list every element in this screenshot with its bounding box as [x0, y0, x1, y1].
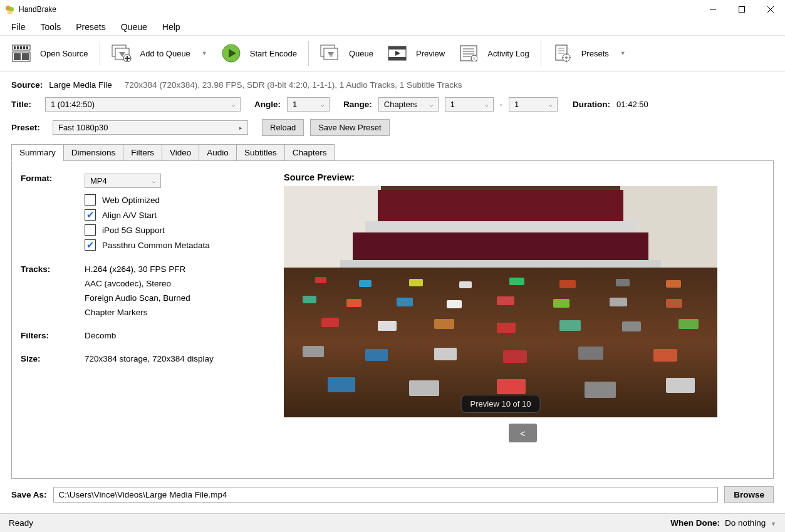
toy-car	[409, 279, 423, 286]
svg-rect-15	[22, 53, 29, 60]
save-as-label: Save As:	[11, 490, 47, 499]
presets-icon	[553, 43, 573, 63]
svg-rect-4	[739, 7, 745, 13]
toolbar-label: Presets	[581, 49, 609, 58]
chevron-down-icon: ⌵	[549, 102, 552, 108]
toy-car	[365, 349, 388, 361]
play-icon	[221, 43, 241, 63]
preview-icon	[387, 43, 407, 63]
toolbar-label: Start Encode	[250, 49, 297, 58]
preview-prev-button[interactable]: <	[509, 424, 537, 442]
toolbar-label: Activity Log	[487, 49, 529, 58]
when-done-select[interactable]: Do nothing ▼	[725, 518, 776, 528]
menu-presets[interactable]: Presets	[70, 21, 112, 33]
preview-button[interactable]: Preview	[382, 41, 450, 66]
range-mode-select[interactable]: Chapters⌵	[378, 97, 439, 112]
tab-filters[interactable]: Filters	[123, 144, 162, 161]
start-encode-button[interactable]: Start Encode	[216, 41, 302, 66]
filters-value: Decomb	[85, 331, 214, 340]
toy-car	[585, 382, 616, 398]
add-to-queue-button[interactable]: Add to Queue ▼	[107, 41, 212, 66]
range-to-select[interactable]: 1⌵	[509, 97, 558, 112]
toolbar-separator	[541, 41, 541, 66]
size-label: Size:	[21, 353, 85, 365]
browse-button[interactable]: Browse	[724, 486, 774, 503]
tab-video[interactable]: Video	[162, 144, 199, 161]
when-done-label: When Done:	[670, 518, 720, 528]
svg-rect-14	[14, 53, 21, 60]
tab-subtitles[interactable]: Subtitles	[236, 144, 285, 161]
toy-car	[503, 350, 527, 363]
size-value: 720x384 storage, 720x384 display	[85, 354, 214, 363]
tracks-line: AAC (avcodec), Stereo	[85, 279, 214, 288]
tab-audio[interactable]: Audio	[199, 144, 237, 161]
chevron-down-icon: ▼	[771, 521, 776, 527]
toy-car	[346, 299, 361, 307]
save-as-input[interactable]	[53, 487, 719, 503]
toy-car	[447, 300, 462, 308]
menu-bar: File Tools Presets Queue Help	[0, 19, 785, 35]
svg-rect-11	[23, 46, 25, 49]
format-select[interactable]: MP4⌵	[85, 174, 161, 188]
tracks-label: Tracks:	[21, 263, 85, 330]
toy-car	[622, 321, 641, 331]
chevron-down-icon: ⌵	[232, 102, 235, 108]
tab-summary[interactable]: Summary	[11, 144, 64, 161]
tracks-line: Chapter Markers	[85, 308, 214, 317]
angle-select[interactable]: 1⌵	[287, 97, 330, 112]
minimize-button[interactable]	[699, 0, 727, 19]
presets-button[interactable]: Presets ▼	[548, 41, 631, 66]
toolbar-separator	[308, 41, 309, 66]
open-source-button[interactable]: Open Source	[6, 41, 93, 66]
checkbox-unchecked-icon	[85, 224, 96, 236]
content: Source: Large Media File 720x384 (720x38…	[0, 71, 785, 479]
queue-icon	[320, 43, 340, 63]
svg-rect-30	[388, 57, 406, 60]
toy-car	[315, 277, 326, 283]
tab-dimensions[interactable]: Dimensions	[63, 144, 124, 161]
reload-button[interactable]: Reload	[262, 119, 304, 136]
maximize-button[interactable]	[727, 0, 756, 19]
save-new-preset-button[interactable]: Save New Preset	[310, 119, 389, 136]
passthru-checkbox[interactable]: ✔ Passthru Common Metadata	[85, 239, 214, 251]
web-optimized-checkbox[interactable]: Web Optimized	[85, 194, 214, 206]
toy-car	[678, 319, 699, 329]
chevron-right-icon: ▸	[239, 125, 242, 131]
toolbar: Open Source Add to Queue ▼ Start Encode	[0, 35, 785, 71]
activity-log-button[interactable]: i Activity Log	[454, 41, 534, 66]
toolbar-label: Preview	[416, 49, 445, 58]
queue-button[interactable]: Queue	[315, 41, 378, 66]
tracks-line: Foreign Audio Scan, Burned	[85, 293, 214, 303]
svg-text:i: i	[474, 56, 475, 61]
menu-tools[interactable]: Tools	[34, 21, 68, 33]
source-label: Source:	[11, 80, 43, 90]
tab-strip: Summary Dimensions Filters Video Audio S…	[11, 144, 774, 161]
chevron-down-icon: ⌵	[430, 102, 433, 108]
preview-image[interactable]: Preview 10 of 10	[284, 186, 717, 417]
checkbox-checked-icon: ✔	[85, 239, 96, 251]
close-button[interactable]	[756, 0, 785, 19]
chevron-down-icon: ⌵	[321, 102, 324, 108]
checkbox-label: Passthru Common Metadata	[102, 241, 210, 250]
duration-value: 01:42:50	[616, 100, 648, 109]
range-from-select[interactable]: 1⌵	[445, 97, 494, 112]
menu-queue[interactable]: Queue	[115, 21, 153, 33]
toy-car	[397, 298, 413, 306]
toy-car	[666, 378, 695, 393]
toy-car	[497, 323, 516, 333]
ipod-checkbox[interactable]: iPod 5G Support	[85, 224, 214, 236]
svg-point-27	[330, 55, 333, 57]
preset-value: Fast 1080p30	[58, 123, 108, 132]
toy-car	[497, 379, 526, 394]
stairs	[378, 186, 623, 261]
save-as-row: Save As: Browse	[0, 479, 785, 506]
menu-help[interactable]: Help	[156, 21, 187, 33]
window-controls	[699, 0, 785, 19]
preset-select[interactable]: Fast 1080p30▸	[53, 120, 248, 135]
film-icon	[11, 43, 31, 63]
title-select[interactable]: 1 (01:42:50)⌵	[45, 97, 241, 112]
align-av-checkbox[interactable]: ✔ Align A/V Start	[85, 209, 214, 221]
menu-file[interactable]: File	[5, 21, 32, 33]
angle-label: Angle:	[254, 100, 281, 109]
tab-chapters[interactable]: Chapters	[284, 144, 335, 161]
